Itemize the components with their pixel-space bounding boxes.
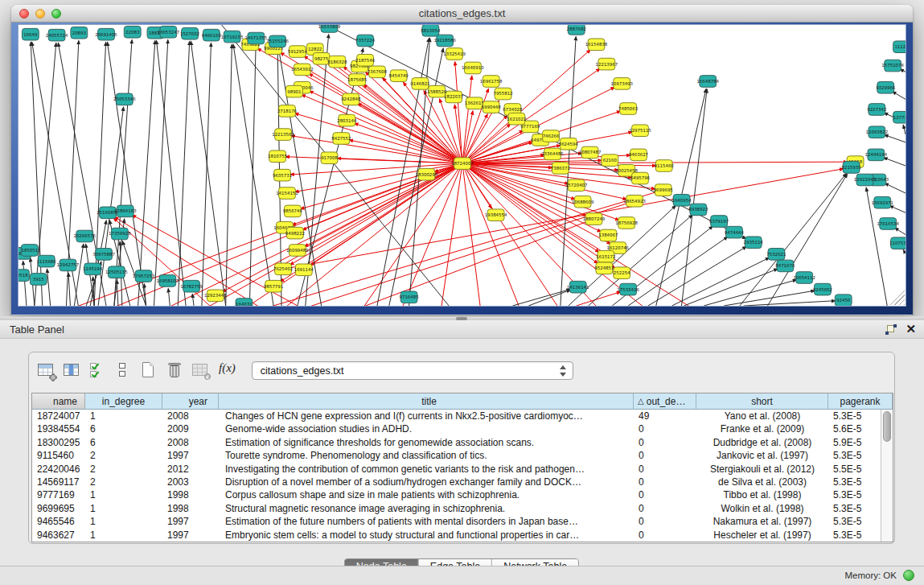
column-visibility-checklist-icon[interactable] xyxy=(88,361,106,379)
graph-node[interactable]: 24055724 xyxy=(46,29,68,41)
graph-node[interactable]: 1145194 xyxy=(83,263,103,275)
edge[interactable] xyxy=(885,183,906,193)
graph-node[interactable]: 1115686 xyxy=(37,255,57,267)
cell-in_degree[interactable]: 6 xyxy=(85,422,162,435)
graph-node[interactable]: 22083 xyxy=(124,26,141,38)
cell-name[interactable]: 22420046 xyxy=(32,463,85,476)
table-row[interactable]: 969969511998Structural magnetic resonanc… xyxy=(32,502,893,515)
cell-short[interactable]: Jankovic et al. (1997) xyxy=(696,449,828,462)
cell-name[interactable]: 18724007 xyxy=(32,410,85,422)
selected-node[interactable]: 9146821 xyxy=(410,78,429,90)
cell-out_degree[interactable]: 0 xyxy=(634,463,696,476)
table-scrollbar[interactable] xyxy=(881,410,893,542)
graph-node[interactable]: 17533426 xyxy=(617,283,639,295)
selected-node[interactable]: 8454749 xyxy=(389,70,409,82)
cell-year[interactable]: 1997 xyxy=(162,449,219,462)
selected-node[interactable]: 16543912 xyxy=(291,64,314,76)
cell-name[interactable]: 19384554 xyxy=(32,422,85,435)
column-header-pagerank[interactable]: pagerank xyxy=(828,393,893,410)
selected-node[interactable]: 18724007 xyxy=(451,158,474,170)
graph-node[interactable]: 7357224 xyxy=(355,35,376,47)
graph-node[interactable]: 1527602 xyxy=(180,27,199,39)
cell-title[interactable]: Corpus callosum shape and size in male p… xyxy=(219,488,634,501)
edge[interactable] xyxy=(138,40,155,306)
selected-node[interactable]: 14154151 xyxy=(276,187,298,200)
graph-node[interactable]: 3915 xyxy=(30,274,47,286)
selected-node[interactable]: 16640910 xyxy=(462,62,484,74)
new-table-icon[interactable] xyxy=(140,361,158,379)
graph-node[interactable]: 17359928 xyxy=(109,228,131,240)
selected-node[interactable]: 2718176 xyxy=(277,105,298,117)
edge[interactable] xyxy=(68,273,70,306)
selected-node[interactable]: 9856746 xyxy=(283,205,303,217)
cell-out_degree[interactable]: 0 xyxy=(634,422,696,435)
graph-node[interactable]: 50518 xyxy=(18,270,29,282)
cell-short[interactable]: Wolkin et al. (1998) xyxy=(696,502,828,515)
cell-title[interactable]: Tourette syndrome. Phenomenology and cla… xyxy=(219,449,634,462)
edge[interactable] xyxy=(233,44,273,306)
graph-node[interactable]: 20206576 xyxy=(73,230,96,242)
selected-node[interactable]: 12213967 xyxy=(596,58,618,70)
table-row[interactable]: 1456911722003Disruption of a novel membe… xyxy=(32,476,893,488)
cell-short[interactable]: Hescheler et al. (1997) xyxy=(696,529,828,542)
graph-node[interactable]: 7532621 xyxy=(766,249,786,261)
selected-edge[interactable] xyxy=(441,163,462,306)
cell-year[interactable]: 1998 xyxy=(162,502,219,515)
graph-node[interactable]: 19218586 xyxy=(433,35,456,47)
graph-node[interactable]: 15692971 xyxy=(871,196,893,208)
edge[interactable] xyxy=(74,244,83,306)
selected-node[interactable]: 62160 xyxy=(602,154,618,167)
graph-node[interactable]: 164031 xyxy=(236,299,253,306)
cell-out_degree[interactable]: 0 xyxy=(634,502,696,515)
cell-title[interactable]: Disruption of a novel member of a sodium… xyxy=(219,476,634,488)
table-row[interactable]: 946554611997Estimation of the future num… xyxy=(32,515,893,528)
edge[interactable] xyxy=(744,301,836,306)
selected-node[interactable]: 3624594 xyxy=(559,138,579,150)
selected-node[interactable]: 16154838 xyxy=(585,39,608,51)
selected-node[interactable]: 10688609 xyxy=(572,196,594,208)
row-height-icon[interactable] xyxy=(114,361,132,379)
selected-node[interactable]: 1615172 xyxy=(596,250,615,262)
table-selector-dropdown[interactable]: citations_edges.txt xyxy=(252,361,573,380)
graph-node[interactable]: 14136141 xyxy=(567,281,589,293)
cell-out_degree[interactable]: 0 xyxy=(634,529,696,542)
cell-title[interactable]: Estimation of significance thresholds fo… xyxy=(219,436,634,449)
graph-node[interactable]: 10922043 xyxy=(854,174,877,186)
graph-node[interactable]: 6379197 xyxy=(709,216,729,228)
edge[interactable] xyxy=(178,41,189,306)
graph-node[interactable]: 12894183 xyxy=(114,205,137,217)
graph-node[interactable]: 16782759 xyxy=(180,280,203,292)
edge[interactable] xyxy=(226,44,232,306)
selected-node[interactable]: 7386372 xyxy=(551,163,570,175)
edge[interactable] xyxy=(528,290,570,306)
selected-node[interactable]: 8427552 xyxy=(331,133,351,145)
cell-in_degree[interactable]: 1 xyxy=(85,410,162,422)
cell-year[interactable]: 2009 xyxy=(162,422,219,435)
column-header-name[interactable]: name xyxy=(32,393,85,410)
selected-node[interactable]: 2803144 xyxy=(337,114,357,126)
table-row[interactable]: 977716911998Corpus callosum shape and si… xyxy=(32,488,893,501)
edge[interactable] xyxy=(23,262,27,306)
column-header-year[interactable]: year xyxy=(162,393,219,410)
column-header-in_degree[interactable]: in_degree xyxy=(85,393,162,410)
selected-node[interactable]: 10807487 xyxy=(579,146,602,159)
edge[interactable] xyxy=(903,250,906,253)
window-titlebar[interactable]: citations_edges.txt xyxy=(11,5,913,23)
selected-node[interactable]: 2187546 xyxy=(355,54,376,66)
cell-name[interactable]: 9463627 xyxy=(32,529,85,542)
graph-node[interactable]: 12942757 xyxy=(57,259,80,271)
edge[interactable] xyxy=(884,158,906,166)
column-header-title[interactable]: title xyxy=(219,393,634,410)
selected-edge[interactable] xyxy=(337,159,462,163)
cell-title[interactable]: Investigating the contribution of common… xyxy=(219,463,634,476)
selected-node[interactable]: 16961758 xyxy=(480,76,503,88)
graph-node[interactable]: 9329966 xyxy=(876,81,896,93)
graph-node[interactable]: 127734 xyxy=(893,111,906,123)
graph-node[interactable]: 10719155 xyxy=(221,31,244,43)
edge[interactable] xyxy=(768,174,848,306)
graph-node[interactable]: 6466160 xyxy=(202,29,222,41)
edge[interactable] xyxy=(885,134,906,142)
graph-node[interactable]: 15751074 xyxy=(881,60,904,72)
cell-short[interactable]: de Silva et al. (2003) xyxy=(696,476,828,488)
cell-title[interactable]: Structural magnetic resonance image aver… xyxy=(219,502,634,515)
